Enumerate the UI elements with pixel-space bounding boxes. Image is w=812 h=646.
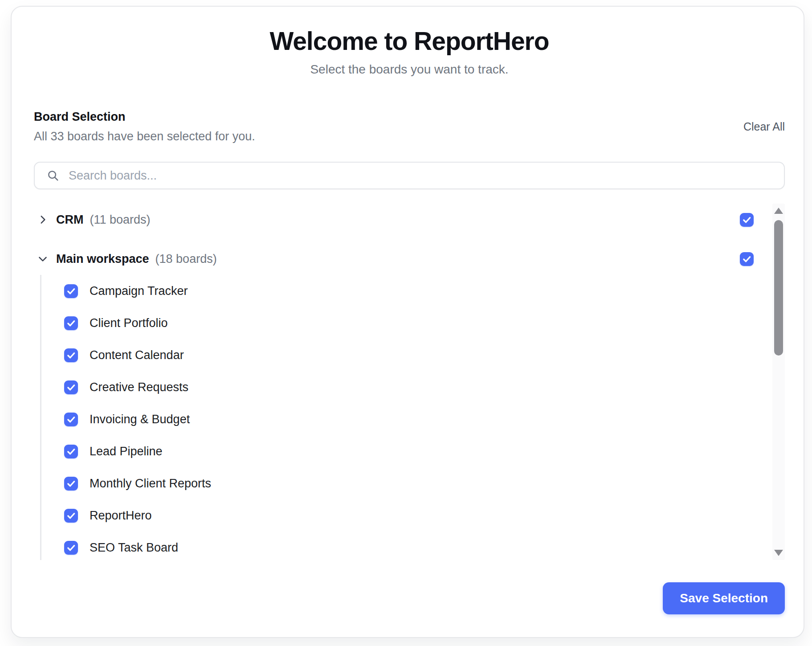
- board-list: CRM(11 boards)Main workspace(18 boards)C…: [34, 204, 785, 560]
- board-selection-titles: Board Selection All 33 boards have been …: [34, 109, 255, 144]
- page-subtitle: Select the boards you want to track.: [34, 62, 785, 77]
- scrollbar-thumb[interactable]: [774, 220, 783, 356]
- board-label: Client Portfolio: [90, 316, 168, 330]
- section-subtitle: All 33 boards have been selected for you…: [34, 129, 255, 144]
- clear-all-button[interactable]: Clear All: [743, 120, 785, 133]
- board-checkbox[interactable]: [64, 445, 78, 458]
- group-row-crm[interactable]: CRM(11 boards): [34, 204, 754, 236]
- search-icon: [46, 169, 60, 182]
- group-boards-main-workspace: Campaign TrackerClient PortfolioContent …: [34, 275, 754, 560]
- board-row-seo-task-board[interactable]: SEO Task Board: [34, 532, 754, 560]
- board-checkbox[interactable]: [64, 316, 78, 330]
- search-input[interactable]: [68, 168, 772, 183]
- board-checkbox[interactable]: [64, 348, 78, 362]
- save-selection-button[interactable]: Save Selection: [663, 582, 785, 614]
- scrollbar-track[interactable]: [772, 204, 785, 560]
- board-checkbox[interactable]: [64, 284, 78, 298]
- onboarding-modal: Welcome to ReportHero Select the boards …: [11, 6, 804, 638]
- group-name: Main workspace: [56, 252, 149, 266]
- board-row-content-calendar[interactable]: Content Calendar: [34, 339, 754, 371]
- scroll-down-arrow-icon[interactable]: [774, 550, 783, 556]
- board-row-campaign-tracker[interactable]: Campaign Tracker: [34, 275, 754, 307]
- board-row-invoicing-budget[interactable]: Invoicing & Budget: [34, 403, 754, 435]
- board-selection-header: Board Selection All 33 boards have been …: [34, 109, 785, 144]
- board-row-creative-requests[interactable]: Creative Requests: [34, 371, 754, 403]
- board-checkbox[interactable]: [64, 541, 78, 555]
- group-checkbox[interactable]: [740, 213, 754, 227]
- board-label: Lead Pipeline: [90, 445, 163, 458]
- board-label: SEO Task Board: [90, 541, 178, 555]
- chevron-down-icon[interactable]: [37, 253, 49, 265]
- group-count: (18 boards): [155, 252, 217, 266]
- board-rows: CRM(11 boards)Main workspace(18 boards)C…: [34, 204, 754, 560]
- scroll-up-arrow-icon[interactable]: [774, 208, 783, 214]
- section-title: Board Selection: [34, 109, 255, 124]
- board-row-client-portfolio[interactable]: Client Portfolio: [34, 307, 754, 339]
- board-label: Campaign Tracker: [90, 284, 188, 298]
- board-checkbox[interactable]: [64, 380, 78, 394]
- board-label: Content Calendar: [90, 348, 184, 362]
- board-checkbox[interactable]: [64, 477, 78, 491]
- group-name: CRM: [56, 213, 84, 227]
- group-row-main-workspace[interactable]: Main workspace(18 boards): [34, 243, 754, 275]
- modal-footer: Save Selection: [34, 582, 785, 614]
- board-row-reporthero[interactable]: ReportHero: [34, 499, 754, 532]
- board-row-lead-pipeline[interactable]: Lead Pipeline: [34, 435, 754, 467]
- board-checkbox[interactable]: [64, 509, 78, 523]
- page-title: Welcome to ReportHero: [34, 27, 785, 55]
- group-checkbox[interactable]: [740, 252, 754, 266]
- board-label: ReportHero: [90, 509, 152, 523]
- hero-header: Welcome to ReportHero Select the boards …: [34, 27, 785, 77]
- board-label: Invoicing & Budget: [90, 413, 190, 426]
- group-count: (11 boards): [90, 213, 151, 227]
- board-checkbox[interactable]: [64, 413, 78, 426]
- board-label: Monthly Client Reports: [90, 477, 211, 491]
- board-row-monthly-client-reports[interactable]: Monthly Client Reports: [34, 467, 754, 499]
- board-label: Creative Requests: [90, 380, 188, 394]
- search-box[interactable]: [34, 162, 785, 189]
- chevron-right-icon[interactable]: [37, 213, 49, 226]
